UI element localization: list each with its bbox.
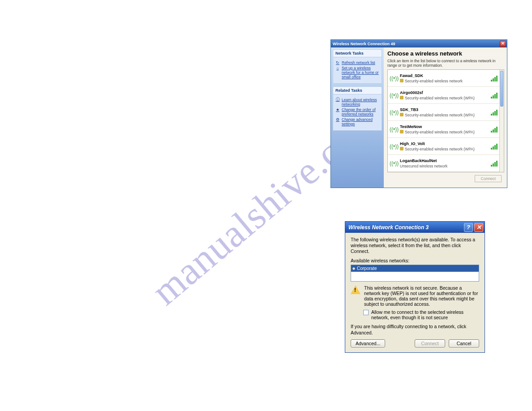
lock-icon — [400, 96, 403, 99]
network-row[interactable]: ((•)) Fawad_SDK Security-enabled wireles… — [388, 70, 499, 87]
scrollbar[interactable] — [499, 70, 504, 172]
insecure-allow-checkbox[interactable] — [363, 310, 369, 315]
network-name: TestMeNow — [400, 124, 489, 129]
sidebar-group-network-tasks: Network Tasks — [333, 49, 382, 57]
network-security: Security-enabled wireless network (WPA) — [405, 147, 475, 151]
signal-bars-icon — [491, 143, 498, 150]
antenna-icon: ((•)) — [390, 75, 398, 81]
network-icon — [352, 267, 355, 270]
win1-sidebar: Network Tasks ↻ Refresh network list ⌂ S… — [331, 47, 384, 188]
sidebar-group-related-tasks: Related Tasks — [333, 86, 382, 94]
warning-text: This wireless network is not secure. Bec… — [364, 285, 479, 307]
star-icon: ★ — [335, 107, 340, 112]
close-button[interactable]: ✕ — [474, 223, 483, 232]
network-row[interactable]: ((•)) LoganBackHaulNet Unsecured wireles… — [388, 155, 499, 172]
network-name: Fawad_SDK — [400, 73, 489, 78]
close-icon: ✕ — [501, 42, 505, 46]
connect-button[interactable]: Connect — [415, 339, 445, 347]
refresh-icon: ↻ — [335, 60, 340, 65]
network-security: Security-enabled wireless network (WPA) — [405, 96, 475, 100]
difficulty-note: If you are having difficulty connecting … — [351, 324, 479, 335]
win2-titlebar[interactable]: Wireless Network Connection 3 ? ✕ — [345, 222, 485, 233]
antenna-icon: ((•)) — [390, 126, 398, 133]
signal-bars-icon — [491, 126, 498, 133]
wireless-list-window: Wireless Network Connection 49 ✕ Network… — [330, 39, 507, 188]
close-icon: ✕ — [476, 224, 481, 231]
scrollbar-thumb[interactable] — [500, 71, 503, 107]
network-row[interactable]: ((•)) TestMeNow Security-enabled wireles… — [388, 121, 499, 138]
lock-icon — [400, 147, 403, 150]
win1-titlebar[interactable]: Wireless Network Connection 49 ✕ — [331, 40, 507, 47]
available-networks-label: Available wireless networks: — [351, 258, 479, 263]
advanced-button[interactable]: Advanced... — [351, 339, 385, 347]
sidebar-link-order[interactable]: ★ Change the order of preferred networks — [335, 107, 379, 116]
info-icon: ⓘ — [335, 98, 340, 102]
antenna-icon: ((•)) — [390, 92, 398, 98]
signal-bars-icon — [491, 160, 498, 167]
connect-button[interactable]: Connect — [475, 175, 502, 182]
sidebar-link-learn[interactable]: ⓘ Learn about wireless networking — [335, 98, 379, 107]
cancel-button[interactable]: Cancel — [449, 339, 479, 347]
signal-bars-icon — [491, 75, 498, 81]
network-security: Security-enabled wireless network — [405, 79, 463, 83]
win1-title: Wireless Network Connection 49 — [333, 42, 395, 46]
checkbox-label: Allow me to connect to the selected wire… — [371, 309, 479, 320]
sidebar-link-label: Set up a wireless network for a home or … — [342, 66, 379, 79]
list-item-label: Corporate — [357, 266, 377, 271]
win1-heading: Choose a wireless network — [387, 50, 504, 57]
win1-close-button[interactable]: ✕ — [500, 41, 506, 47]
network-row[interactable]: ((•)) High_IO_Volt Security-enabled wire… — [388, 138, 499, 155]
network-security: Security-enabled wireless network (WPA) — [405, 113, 475, 117]
antenna-icon: ((•)) — [390, 109, 398, 116]
list-item[interactable]: Corporate — [351, 265, 479, 272]
sidebar-link-advanced-settings[interactable]: ⚙ Change advanced settings — [335, 117, 379, 126]
network-name: High_IO_Volt — [400, 141, 489, 146]
network-name: LoganBackHaulNet — [400, 158, 489, 163]
network-security: Unsecured wireless network — [400, 164, 447, 168]
signal-bars-icon — [491, 92, 498, 98]
sidebar-link-refresh[interactable]: ↻ Refresh network list — [335, 60, 379, 65]
lock-icon — [400, 113, 403, 116]
antenna-icon: ((•)) — [390, 143, 398, 150]
sidebar-link-label: Learn about wireless networking — [342, 98, 379, 107]
home-icon: ⌂ — [335, 66, 340, 70]
help-button[interactable]: ? — [464, 223, 473, 232]
network-row[interactable]: ((•)) Airgo0002sf Security-enabled wirel… — [388, 87, 499, 104]
network-row[interactable]: ((•)) SDK_TB3 Security-enabled wireless … — [388, 104, 499, 121]
network-name: SDK_TB3 — [400, 107, 489, 112]
network-list[interactable]: ((•)) Fawad_SDK Security-enabled wireles… — [387, 69, 504, 172]
gear-icon: ⚙ — [335, 117, 340, 122]
network-name: Airgo0002sf — [400, 90, 489, 95]
sidebar-link-label: Change advanced settings — [342, 117, 379, 126]
antenna-icon: ((•)) — [390, 160, 398, 167]
win2-title: Wireless Network Connection 3 — [348, 224, 429, 231]
warning-icon — [351, 285, 360, 294]
win1-intro: Click an item in the list below to conne… — [387, 59, 504, 68]
help-icon: ? — [467, 224, 470, 231]
sidebar-link-label: Change the order of preferred networks — [342, 107, 379, 116]
lock-icon — [400, 79, 403, 82]
lock-icon — [400, 130, 403, 133]
sidebar-link-setup[interactable]: ⌂ Set up a wireless network for a home o… — [335, 66, 379, 79]
network-security: Security-enabled wireless network (WPA) — [405, 130, 475, 134]
available-networks-listbox[interactable]: Corporate — [351, 265, 479, 282]
signal-bars-icon — [491, 109, 498, 116]
wireless-connect-dialog: Wireless Network Connection 3 ? ✕ The fo… — [345, 221, 485, 353]
sidebar-link-label: Refresh network list — [342, 60, 375, 65]
win2-intro: The following wireless network(s) are av… — [351, 237, 479, 254]
